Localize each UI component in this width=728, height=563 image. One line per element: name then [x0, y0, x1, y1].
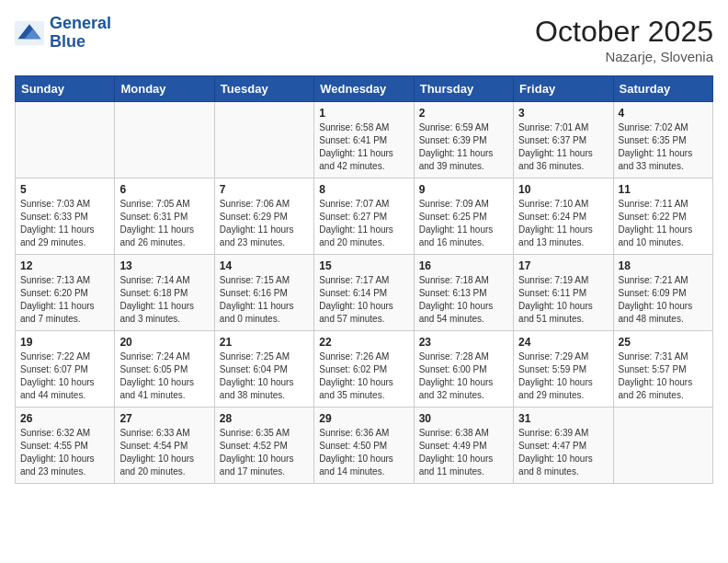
calendar-cell: 26Sunrise: 6:32 AM Sunset: 4:55 PM Dayli… [16, 408, 115, 484]
calendar-cell [613, 408, 712, 484]
day-info: Sunrise: 7:17 AM Sunset: 6:14 PM Dayligh… [319, 274, 408, 326]
day-info: Sunrise: 7:07 AM Sunset: 6:27 PM Dayligh… [319, 198, 408, 249]
weekday-header-monday: Monday [115, 76, 214, 102]
day-number: 11 [619, 183, 708, 196]
month-title: October 2025 [535, 15, 713, 49]
location: Nazarje, Slovenia [535, 49, 713, 64]
day-info: Sunrise: 7:09 AM Sunset: 6:25 PM Dayligh… [419, 198, 508, 249]
day-number: 22 [319, 336, 408, 349]
day-number: 29 [319, 412, 408, 425]
calendar-table: SundayMondayTuesdayWednesdayThursdayFrid… [15, 75, 713, 484]
calendar-cell: 31Sunrise: 6:39 AM Sunset: 4:47 PM Dayli… [514, 408, 613, 484]
day-info: Sunrise: 6:58 AM Sunset: 6:41 PM Dayligh… [319, 121, 408, 173]
page-header: General Blue October 2025 Nazarje, Slove… [15, 15, 713, 64]
day-number: 13 [119, 259, 209, 272]
day-info: Sunrise: 7:18 AM Sunset: 6:13 PM Dayligh… [419, 274, 508, 326]
day-number: 20 [119, 336, 209, 349]
calendar-cell: 11Sunrise: 7:11 AM Sunset: 6:22 PM Dayli… [613, 178, 712, 255]
calendar-cell: 1Sunrise: 6:58 AM Sunset: 6:41 PM Daylig… [314, 102, 414, 178]
calendar-cell: 10Sunrise: 7:10 AM Sunset: 6:24 PM Dayli… [514, 178, 613, 255]
day-info: Sunrise: 7:21 AM Sunset: 6:09 PM Dayligh… [619, 274, 708, 326]
day-number: 15 [319, 259, 408, 272]
calendar-cell: 29Sunrise: 6:36 AM Sunset: 4:50 PM Dayli… [314, 408, 414, 484]
calendar-cell: 21Sunrise: 7:25 AM Sunset: 6:04 PM Dayli… [214, 331, 313, 408]
weekday-header-friday: Friday [514, 76, 613, 102]
calendar-week-row: 12Sunrise: 7:13 AM Sunset: 6:20 PM Dayli… [16, 255, 713, 331]
calendar-week-row: 26Sunrise: 6:32 AM Sunset: 4:55 PM Dayli… [16, 408, 713, 484]
day-info: Sunrise: 7:14 AM Sunset: 6:18 PM Dayligh… [119, 274, 209, 326]
calendar-cell [16, 102, 115, 178]
day-number: 8 [319, 183, 408, 196]
day-number: 5 [20, 183, 109, 196]
calendar-cell: 14Sunrise: 7:15 AM Sunset: 6:16 PM Dayli… [214, 255, 313, 331]
day-info: Sunrise: 7:28 AM Sunset: 6:00 PM Dayligh… [419, 350, 508, 402]
calendar-cell: 4Sunrise: 7:02 AM Sunset: 6:35 PM Daylig… [613, 102, 712, 178]
day-info: Sunrise: 7:15 AM Sunset: 6:16 PM Dayligh… [220, 274, 309, 326]
day-info: Sunrise: 7:26 AM Sunset: 6:02 PM Dayligh… [319, 350, 408, 402]
calendar-cell [214, 102, 313, 178]
logo-general: General [50, 14, 111, 32]
calendar-cell: 15Sunrise: 7:17 AM Sunset: 6:14 PM Dayli… [314, 255, 414, 331]
weekday-header-wednesday: Wednesday [314, 76, 414, 102]
day-info: Sunrise: 7:22 AM Sunset: 6:07 PM Dayligh… [20, 350, 109, 402]
day-number: 21 [220, 336, 309, 349]
weekday-header-tuesday: Tuesday [214, 76, 313, 102]
calendar-cell: 19Sunrise: 7:22 AM Sunset: 6:07 PM Dayli… [16, 331, 115, 408]
calendar-week-row: 19Sunrise: 7:22 AM Sunset: 6:07 PM Dayli… [16, 331, 713, 408]
calendar-cell: 6Sunrise: 7:05 AM Sunset: 6:31 PM Daylig… [115, 178, 214, 255]
day-info: Sunrise: 7:02 AM Sunset: 6:35 PM Dayligh… [619, 121, 708, 173]
logo: General Blue [15, 15, 111, 52]
calendar-week-row: 1Sunrise: 6:58 AM Sunset: 6:41 PM Daylig… [16, 102, 713, 178]
day-number: 2 [419, 107, 508, 120]
day-info: Sunrise: 6:59 AM Sunset: 6:39 PM Dayligh… [419, 121, 508, 173]
calendar-cell: 13Sunrise: 7:14 AM Sunset: 6:18 PM Dayli… [115, 255, 214, 331]
day-number: 31 [518, 412, 608, 425]
day-number: 30 [419, 412, 508, 425]
day-info: Sunrise: 7:13 AM Sunset: 6:20 PM Dayligh… [20, 274, 109, 326]
calendar-cell: 7Sunrise: 7:06 AM Sunset: 6:29 PM Daylig… [214, 178, 313, 255]
day-info: Sunrise: 6:38 AM Sunset: 4:49 PM Dayligh… [419, 427, 508, 478]
day-number: 24 [518, 336, 608, 349]
day-number: 18 [619, 259, 708, 272]
calendar-cell: 8Sunrise: 7:07 AM Sunset: 6:27 PM Daylig… [314, 178, 414, 255]
calendar-cell: 24Sunrise: 7:29 AM Sunset: 5:59 PM Dayli… [514, 331, 613, 408]
day-number: 3 [518, 107, 608, 120]
day-number: 14 [220, 259, 309, 272]
day-info: Sunrise: 7:29 AM Sunset: 5:59 PM Dayligh… [518, 350, 608, 402]
day-number: 23 [419, 336, 508, 349]
day-number: 6 [119, 183, 209, 196]
calendar-cell: 17Sunrise: 7:19 AM Sunset: 6:11 PM Dayli… [514, 255, 613, 331]
weekday-header-saturday: Saturday [613, 76, 712, 102]
day-info: Sunrise: 7:05 AM Sunset: 6:31 PM Dayligh… [119, 198, 209, 249]
calendar-cell: 23Sunrise: 7:28 AM Sunset: 6:00 PM Dayli… [414, 331, 513, 408]
calendar-cell: 2Sunrise: 6:59 AM Sunset: 6:39 PM Daylig… [414, 102, 513, 178]
logo-blue: Blue [50, 32, 85, 51]
calendar-cell: 30Sunrise: 6:38 AM Sunset: 4:49 PM Dayli… [414, 408, 513, 484]
weekday-header-sunday: Sunday [16, 76, 115, 102]
day-info: Sunrise: 7:24 AM Sunset: 6:05 PM Dayligh… [119, 350, 209, 402]
day-info: Sunrise: 7:01 AM Sunset: 6:37 PM Dayligh… [518, 121, 608, 173]
calendar-cell: 3Sunrise: 7:01 AM Sunset: 6:37 PM Daylig… [514, 102, 613, 178]
day-info: Sunrise: 7:10 AM Sunset: 6:24 PM Dayligh… [518, 198, 608, 249]
day-info: Sunrise: 7:19 AM Sunset: 6:11 PM Dayligh… [518, 274, 608, 326]
calendar-cell: 27Sunrise: 6:33 AM Sunset: 4:54 PM Dayli… [115, 408, 214, 484]
day-number: 12 [20, 259, 109, 272]
calendar-cell [115, 102, 214, 178]
calendar-cell: 5Sunrise: 7:03 AM Sunset: 6:33 PM Daylig… [16, 178, 115, 255]
day-info: Sunrise: 7:25 AM Sunset: 6:04 PM Dayligh… [220, 350, 309, 402]
day-info: Sunrise: 6:33 AM Sunset: 4:54 PM Dayligh… [119, 427, 209, 478]
calendar-cell: 20Sunrise: 7:24 AM Sunset: 6:05 PM Dayli… [115, 331, 214, 408]
calendar-cell: 12Sunrise: 7:13 AM Sunset: 6:20 PM Dayli… [16, 255, 115, 331]
day-info: Sunrise: 6:35 AM Sunset: 4:52 PM Dayligh… [220, 427, 309, 478]
day-number: 4 [619, 107, 708, 120]
calendar-cell: 28Sunrise: 6:35 AM Sunset: 4:52 PM Dayli… [214, 408, 313, 484]
day-info: Sunrise: 7:31 AM Sunset: 5:57 PM Dayligh… [619, 350, 708, 402]
weekday-header-thursday: Thursday [414, 76, 513, 102]
day-info: Sunrise: 7:11 AM Sunset: 6:22 PM Dayligh… [619, 198, 708, 249]
day-number: 1 [319, 107, 408, 120]
day-number: 27 [119, 412, 209, 425]
calendar-cell: 9Sunrise: 7:09 AM Sunset: 6:25 PM Daylig… [414, 178, 513, 255]
day-number: 7 [220, 183, 309, 196]
calendar-cell: 18Sunrise: 7:21 AM Sunset: 6:09 PM Dayli… [613, 255, 712, 331]
day-number: 9 [419, 183, 508, 196]
